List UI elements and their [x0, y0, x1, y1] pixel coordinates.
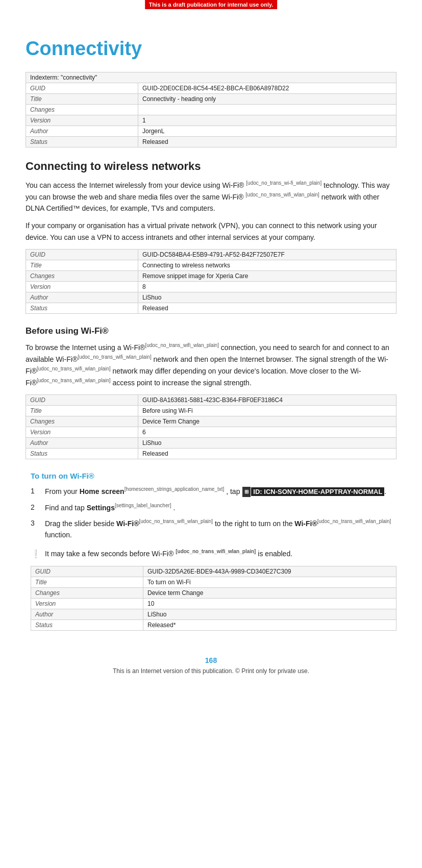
meta-label-sub-title: Title — [31, 577, 143, 587]
section2-para1: To browse the Internet using a Wi-Fi®[ud… — [26, 341, 396, 388]
meta-value-sub-version: 10 — [143, 598, 396, 609]
step1-mid: , tap — [224, 487, 242, 495]
meta-label-status1: Status — [26, 137, 138, 147]
meta-value-guid1: GUID-2DE0CED8-8C54-45E2-BBCA-EB06A8978D2… — [138, 83, 396, 94]
step3-tag: [udoc_no_trans_wifi_wlan_plain] — [139, 518, 213, 524]
step-content-2: Find and tap Settings[settings_label_lau… — [45, 502, 396, 513]
step-2: 2 Find and tap Settings[settings_label_l… — [31, 502, 396, 513]
step3-end2: function. — [45, 531, 72, 539]
meta-header-1: Indexterm: "connectivity" — [26, 72, 396, 83]
meta-value-s1-version: 8 — [138, 282, 396, 292]
meta-label-s1-status: Status — [26, 303, 138, 314]
step1-tag: [homescreen_strings_application_name_txt… — [125, 486, 225, 492]
step3-tag2: [udoc_no_trans_wifi_wlan_plain] — [317, 518, 391, 524]
page-footer: 168 This is an Internet version of this … — [26, 651, 396, 675]
meta-label-sub-status: Status — [31, 619, 143, 630]
meta-table-connectivity: Indexterm: "connectivity" GUID GUID-2DE0… — [26, 72, 396, 147]
note-end: is enabled. — [256, 550, 292, 558]
meta-label-s1-version: Version — [26, 282, 138, 292]
section1-para1: You can access the Internet wirelessly f… — [26, 179, 396, 214]
meta-value-sub-author: LiShuo — [143, 609, 396, 619]
meta-value-status1: Released — [138, 137, 396, 147]
note-item: ❕ It may take a few seconds before Wi-Fi… — [31, 548, 396, 561]
meta-value-s2-guid: GUID-8A163681-5881-423C-B364-FBF0EF3186C… — [138, 395, 396, 406]
step2-pre: Find and tap Settings — [45, 504, 115, 512]
meta-value-s1-title: Connecting to wireless networks — [138, 260, 396, 271]
section1-heading: Connecting to wireless networks — [26, 160, 396, 173]
meta-label-sub-author: Author — [31, 609, 143, 619]
page-content: Connectivity Indexterm: "connectivity" G… — [0, 7, 422, 705]
subsection-heading: To turn on Wi-Fi® — [31, 472, 396, 480]
meta-value-s2-title: Before using Wi-Fi — [138, 406, 396, 416]
section-wireless-networks: Connecting to wireless networks You can … — [26, 160, 396, 314]
section2-heading: Before using Wi-Fi® — [26, 326, 396, 336]
meta-value-version1: 1 — [138, 115, 396, 126]
note-content: It may take a few seconds before Wi-Fi® … — [45, 548, 292, 559]
meta-table-section1: GUID GUID-DC584BA4-E5B9-4791-AF52-B42F72… — [26, 249, 396, 314]
meta-value-s1-guid: GUID-DC584BA4-E5B9-4791-AF52-B42F72507E7… — [138, 250, 396, 260]
meta-value-title1: Connectivity - heading only — [138, 94, 396, 105]
step-content-1: From your Home screen[homescreen_strings… — [45, 485, 396, 497]
meta-label-version1: Version — [26, 115, 138, 126]
meta-label-s2-version: Version — [26, 427, 138, 438]
step-3: 3 Drag the slider beside Wi-Fi®[udoc_no_… — [31, 517, 396, 540]
step-num-2: 2 — [31, 502, 45, 513]
meta-value-s2-status: Released — [138, 449, 396, 459]
app-tray-id: ID: ICN-SONY-HOME-APPTRAY-NORMAL — [251, 487, 384, 496]
step-num-3: 3 — [31, 517, 45, 529]
note-tag: [udoc_no_trans_wifi_wlan_plain] — [176, 549, 256, 554]
page-title: Connectivity — [26, 38, 396, 60]
step3-pre: Drag the slider beside Wi-Fi® — [45, 519, 139, 528]
draft-banner: This is a draft publication for internal… — [145, 0, 278, 9]
meta-value-author1: JorgenL — [138, 126, 396, 137]
meta-label-s2-title: Title — [26, 406, 138, 416]
meta-label-s1-changes: Changes — [26, 271, 138, 282]
note-pre: It may take a few seconds before Wi-Fi® — [45, 550, 173, 558]
meta-value-s1-status: Released — [138, 303, 396, 314]
meta-table-section2: GUID GUID-8A163681-5881-423C-B364-FBF0EF… — [26, 394, 396, 459]
meta-label-s1-title: Title — [26, 260, 138, 271]
meta-value-sub-guid: GUID-32D5A26E-BDE9-443A-9989-CD340E27C30… — [143, 566, 396, 577]
meta-value-sub-status: Released* — [143, 619, 396, 630]
meta-label-s2-guid: GUID — [26, 395, 138, 406]
meta-table-subsection: GUID GUID-32D5A26E-BDE9-443A-9989-CD340E… — [31, 566, 396, 631]
steps-list: 1 From your Home screen[homescreen_strin… — [31, 485, 396, 540]
meta-label-sub-version: Version — [31, 598, 143, 609]
section1-para2: If your company or organisation has a vi… — [26, 220, 396, 243]
step1-end: . — [384, 487, 386, 495]
meta-value-s2-version: 6 — [138, 427, 396, 438]
meta-value-s2-changes: Device Term Change — [138, 416, 396, 427]
meta-label-s2-status: Status — [26, 449, 138, 459]
meta-label-s1-guid: GUID — [26, 250, 138, 260]
meta-label-s2-author: Author — [26, 438, 138, 449]
meta-value-s1-author: LiShuo — [138, 292, 396, 303]
app-tray-icon: ⊞ — [242, 487, 251, 497]
step-1: 1 From your Home screen[homescreen_strin… — [31, 485, 396, 497]
section-before-wifi: Before using Wi-Fi® To browse the Intern… — [26, 326, 396, 631]
footer-note: This is an Internet version of this publ… — [26, 667, 396, 675]
meta-value-sub-changes: Device term Change — [143, 587, 396, 598]
meta-label-title1: Title — [26, 94, 138, 105]
meta-label-guid1: GUID — [26, 83, 138, 94]
step1-pre: From your Home screen — [45, 487, 125, 495]
step3-mid: to the right to turn on the Wi-Fi® — [213, 519, 317, 528]
meta-label-changes1: Changes — [26, 105, 138, 115]
step-num-1: 1 — [31, 485, 45, 497]
subsection-turn-on-wifi: To turn on Wi-Fi® 1 From your Home scree… — [31, 472, 396, 631]
meta-label-s2-changes: Changes — [26, 416, 138, 427]
meta-label-s1-author: Author — [26, 292, 138, 303]
meta-value-sub-title: To turn on Wi-Fi — [143, 577, 396, 587]
meta-label-author1: Author — [26, 126, 138, 137]
meta-value-s2-author: LiShuo — [138, 438, 396, 449]
step2-end: . — [171, 504, 176, 512]
note-icon: ❕ — [31, 548, 43, 561]
meta-label-sub-guid: GUID — [31, 566, 143, 577]
meta-value-s1-changes: Remove snippet image for Xperia Care — [138, 271, 396, 282]
meta-label-sub-changes: Changes — [31, 587, 143, 598]
page-number: 168 — [26, 656, 396, 664]
step2-tag: [settings_label_launcher] — [115, 503, 171, 508]
step-content-3: Drag the slider beside Wi-Fi®[udoc_no_tr… — [45, 517, 396, 540]
meta-value-changes1 — [138, 105, 396, 115]
